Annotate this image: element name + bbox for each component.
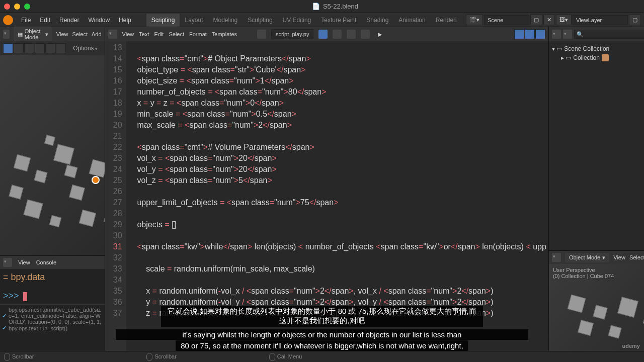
editor-menu-text[interactable]: Text xyxy=(139,31,149,37)
mode-dropdown[interactable]: ▦ Object Mode ▾ xyxy=(14,27,52,42)
select-tool-icon[interactable] xyxy=(14,43,24,53)
viewport-menu-add[interactable]: Add xyxy=(92,31,102,37)
layer-new-icon[interactable]: ▢ xyxy=(629,15,641,25)
scene-name-input[interactable] xyxy=(484,15,529,25)
mouse-icon xyxy=(146,353,152,361)
tab-texture-paint[interactable]: Texture Paint xyxy=(316,14,361,27)
workspace-tabs: Scripting Layout Modeling Sculpting UV E… xyxy=(146,14,462,27)
window-controls[interactable] xyxy=(4,4,30,10)
shield-icon[interactable] xyxy=(318,30,328,39)
editor-menu-edit[interactable]: Edit xyxy=(154,31,164,37)
minimize-icon[interactable] xyxy=(14,4,20,10)
line-numbers-toggle[interactable] xyxy=(514,29,524,39)
editor-menu-templates[interactable]: Templates xyxy=(212,31,237,37)
mode-dropdown[interactable]: Object Mode ▾ xyxy=(565,253,609,262)
mini-menu-view[interactable]: View xyxy=(613,254,625,260)
tab-sculpting[interactable]: Sculpting xyxy=(243,14,277,27)
scale-tool-icon[interactable] xyxy=(45,43,55,53)
status-item: Scrollbar xyxy=(146,353,176,361)
line-gutter: 1314151617181920212223242526272829303132… xyxy=(105,41,126,351)
text-editor-header: View Text Edit Select Format Templates s… xyxy=(105,27,548,41)
options-dropdown[interactable]: Options xyxy=(69,43,101,53)
menu-render[interactable]: Render xyxy=(55,15,83,26)
scene-new-icon[interactable]: ▢ xyxy=(530,15,542,25)
script-name-input[interactable]: script_play.py xyxy=(271,29,313,39)
tab-modeling[interactable]: Modeling xyxy=(208,14,243,27)
syntax-highlight-toggle[interactable] xyxy=(535,29,545,39)
close-icon[interactable] xyxy=(4,4,10,10)
tab-animation[interactable]: Animation xyxy=(393,14,430,27)
tab-rendering[interactable]: Renderi xyxy=(431,14,462,27)
code-editor[interactable]: 1314151617181920212223242526272829303132… xyxy=(105,41,548,351)
code-area[interactable]: <span class="cmt"># Object Parameters</s… xyxy=(126,41,548,351)
editor-type-icon[interactable] xyxy=(552,253,561,262)
console-type-icon[interactable] xyxy=(3,258,12,267)
filename-text: S5-22.blend xyxy=(323,3,358,10)
3d-viewport[interactable] xyxy=(0,55,105,255)
editor-menu-format[interactable]: Format xyxy=(189,31,207,37)
layer-browse-icon[interactable]: 🖼▾ xyxy=(556,15,572,25)
new-text-icon[interactable] xyxy=(333,30,342,39)
tab-shading[interactable]: Shading xyxy=(361,14,393,27)
console-prompt: >>> xyxy=(3,291,19,301)
cursor-icon xyxy=(23,292,27,301)
viewport-menu-select[interactable]: Select xyxy=(72,31,88,37)
tab-scripting[interactable]: Scripting xyxy=(146,14,180,27)
unlink-text-icon[interactable] xyxy=(361,30,370,39)
display-mode-icon[interactable] xyxy=(563,30,572,39)
status-item: Scrollbar xyxy=(4,353,34,361)
3d-cursor-icon xyxy=(92,176,100,184)
mini-viewport[interactable]: Object Mode ▾ View Select Add User Persp… xyxy=(549,250,644,351)
nav-gizmo[interactable]: Y Z X xyxy=(639,269,644,293)
viewport-menu-view[interactable]: View xyxy=(56,31,68,37)
python-console: View Console = bpy.data >>> ✔bpy.ops.mes… xyxy=(0,255,105,351)
check-icon: ✔ xyxy=(2,325,7,331)
scene-browse-icon[interactable]: 🎬▾ xyxy=(466,15,483,25)
rotate-tool-icon[interactable] xyxy=(35,43,45,53)
transform-tool-icon[interactable] xyxy=(56,43,66,53)
tab-uv-editing[interactable]: UV Editing xyxy=(278,14,316,27)
mini-menu-select[interactable]: Select xyxy=(629,254,644,260)
scene-delete-icon[interactable]: ✕ xyxy=(543,15,555,25)
menu-edit[interactable]: Edit xyxy=(36,15,54,26)
console-menu-view[interactable]: View xyxy=(18,259,30,265)
open-text-icon[interactable] xyxy=(347,30,356,39)
editor-menu-select[interactable]: Select xyxy=(169,31,184,37)
console-menu-console[interactable]: Console xyxy=(36,259,56,265)
tree-collection[interactable]: ▸ ▭ Collection ☑ 👁 📷 xyxy=(561,53,644,62)
chevron-down-icon: ▾ xyxy=(45,31,48,38)
console-output-line: = bpy.data xyxy=(3,272,102,283)
object-mode-icon: ▦ xyxy=(18,31,23,38)
collection-icon: ▾ ▭ xyxy=(552,45,562,52)
mode-label: Object Mode xyxy=(25,28,43,40)
menu-file[interactable]: File xyxy=(17,15,35,26)
run-script-button[interactable]: ▶ xyxy=(375,30,385,39)
filename-label: 📄 S5-22.blend xyxy=(30,3,640,10)
editor-type-icon[interactable] xyxy=(108,30,117,39)
log-line: bpy.ops.text.run_script() xyxy=(9,325,67,331)
chevron-right-icon: ▸ ▭ xyxy=(561,54,571,61)
perspective-label: User Perspective (0) Collection | Cube.0… xyxy=(553,267,614,279)
menu-help[interactable]: Help xyxy=(115,15,135,26)
tree-scene-collection[interactable]: ▾ ▭ Scene Collection xyxy=(552,44,644,53)
editor-type-icon[interactable] xyxy=(3,30,10,39)
text-browse-icon[interactable] xyxy=(257,30,266,39)
outliner-search[interactable] xyxy=(574,30,644,39)
menu-window[interactable]: Window xyxy=(84,15,114,26)
scene-controls: 🎬▾ ▢ ✕ 🖼▾ ▢ xyxy=(466,15,641,25)
outliner-type-icon[interactable] xyxy=(552,30,561,39)
subtitle-en2: 80 or 75, so at the moment it'll do what… xyxy=(176,340,468,351)
viewlayer-input[interactable] xyxy=(573,15,628,25)
outliner-tree[interactable]: ▾ ▭ Scene Collection ▸ ▭ Collection ☑ 👁 … xyxy=(549,41,644,250)
editor-menu-view[interactable]: View xyxy=(122,31,134,37)
console-body[interactable]: = bpy.data >>> xyxy=(0,269,105,304)
viewport-header: ▦ Object Mode ▾ View Select Add xyxy=(0,27,105,41)
cursor-tool-icon[interactable] xyxy=(3,43,13,53)
word-wrap-toggle[interactable] xyxy=(525,29,535,39)
mouse-icon xyxy=(4,353,10,361)
tab-layout[interactable]: Layout xyxy=(180,14,208,27)
blender-logo-icon[interactable] xyxy=(3,15,13,25)
maximize-icon[interactable] xyxy=(24,4,30,10)
move-tool-icon[interactable] xyxy=(24,43,34,53)
viewport-toolbar: Options xyxy=(0,41,105,55)
